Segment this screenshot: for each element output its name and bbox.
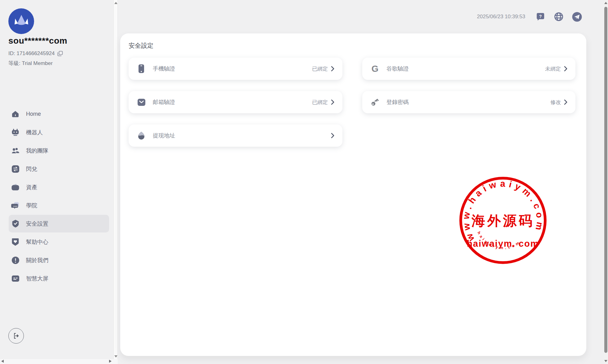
sidebar-item-security[interactable]: 安全設置 [0,214,113,233]
sidebar-item-academy[interactable]: 學院 [0,196,113,214]
shield-check-icon [11,219,20,228]
telegram-icon[interactable] [572,12,582,22]
sidebar: sou*******com ID: 1714666245924 等級: Tria… [0,0,113,359]
chevron-right-icon [331,99,334,105]
team-icon [11,146,20,155]
sidebar-scrollbar[interactable] [113,0,118,359]
card-label: 谷歌驗證 [386,65,409,72]
sidebar-item-label: 資產 [26,184,37,191]
screen-icon [11,274,20,283]
help-bubble-icon[interactable]: ? [535,12,545,22]
sidebar-item-label: 學院 [26,202,37,209]
sidebar-item-help-center[interactable]: 幫助中心 [0,233,113,251]
chevron-right-icon [564,99,567,105]
svg-text:?: ? [539,14,542,19]
watermark-stamp: www.haiwaiym.com 海外源码 haiwaiym. com haiw… [458,175,548,266]
horizontal-scrollbar[interactable] [0,359,118,364]
timestamp: 2025/06/23 10:39:53 [477,14,525,20]
key-icon [370,97,380,107]
scroll-down-arrow[interactable] [604,360,607,362]
sidebar-item-swap[interactable]: 閃兌 [0,160,113,178]
username: sou*******com [8,36,67,46]
card-email-verification[interactable]: 邮箱驗證 已綁定 [129,91,342,113]
card-label: 手機驗證 [153,65,175,72]
scroll-right-arrow[interactable] [109,360,112,363]
swap-icon [11,165,20,173]
logout-button[interactable] [8,328,24,344]
card-status: 已綁定 [312,99,328,106]
card-withdrawal-address[interactable]: 提现地址 [129,124,342,147]
sidebar-item-robot[interactable]: 機器人 [0,123,113,141]
card-phone-verification[interactable]: 手機驗證 已綁定 [129,58,342,80]
svg-text:海外源码: 海外源码 [471,213,534,228]
academy-icon [11,201,20,210]
scroll-up-arrow[interactable] [114,2,117,4]
sidebar-item-about[interactable]: 關於我們 [0,251,113,269]
sidebar-item-smart-screen[interactable]: 智慧大屏 [0,269,113,288]
main-panel: 安全設定 手機驗證 已綁定 G 谷歌驗證 未綁定 [120,33,586,356]
card-status: 已綁定 [312,65,328,72]
header: 2025/06/23 10:39:53 ? [118,0,604,33]
sidebar-item-label: 安全設置 [26,220,48,228]
sidebar-item-home[interactable]: Home [0,105,113,123]
info-circle-icon [11,256,20,264]
sidebar-item-assets[interactable]: 資產 [0,178,113,196]
scroll-left-arrow[interactable] [1,360,4,363]
sidebar-item-label: 閃兌 [26,165,37,173]
chevron-right-icon [564,66,567,72]
svg-text:haiwaiym.com: haiwaiym.com [477,231,522,250]
card-label: 登錄密碼 [386,98,409,106]
card-status: 未綁定 [545,65,561,72]
page-title: 安全設定 [129,41,153,50]
card-google-verification[interactable]: G 谷歌驗證 未綁定 [362,58,575,80]
language-globe-icon[interactable] [554,12,564,22]
robot-icon [11,128,20,136]
card-status: 修改 [550,99,561,106]
sidebar-item-label: 關於我們 [26,257,48,264]
logout-icon [12,332,20,340]
user-level: 等級: Trial Member [8,60,53,67]
scroll-down-arrow[interactable] [114,355,117,358]
card-login-password[interactable]: 登錄密碼 修改 [362,91,575,113]
sidebar-item-label: 機器人 [26,129,43,136]
crown-icon [13,14,29,28]
scrollbar-thumb[interactable] [604,7,607,353]
sidebar-item-label: 幫助中心 [26,238,48,246]
heart-badge-icon [11,238,20,246]
sidebar-item-label: 我的團隊 [26,147,48,154]
sidebar-item-label: Home [26,111,41,117]
card-label: 提现地址 [153,132,175,139]
scroll-up-arrow[interactable] [604,2,607,4]
home-icon [11,110,20,118]
google-icon: G [370,64,380,74]
avatar [8,8,34,34]
phone-icon [137,64,146,74]
security-cards: 手機驗證 已綁定 G 谷歌驗證 未綁定 邮箱驗證 已綁定 [129,58,575,147]
wallet-icon [11,183,20,191]
page-scrollbar[interactable] [604,0,608,364]
copy-icon[interactable] [57,51,63,56]
user-id: ID: 1714666245924 [8,50,55,57]
svg-text:haiwaiym. com: haiwaiym. com [467,239,539,249]
mail-icon [137,97,146,107]
sidebar-item-label: 智慧大屏 [26,275,48,282]
svg-text:www.haiwaiym.com: www.haiwaiym.com [461,179,545,243]
sidebar-item-team[interactable]: 我的團隊 [0,141,113,160]
sidebar-menu: Home 機器人 我的團隊 閃兌 資產 [0,105,113,288]
address-wallet-icon [137,131,146,141]
chevron-right-icon [331,66,334,72]
card-label: 邮箱驗證 [153,98,175,106]
chevron-right-icon [331,133,334,138]
